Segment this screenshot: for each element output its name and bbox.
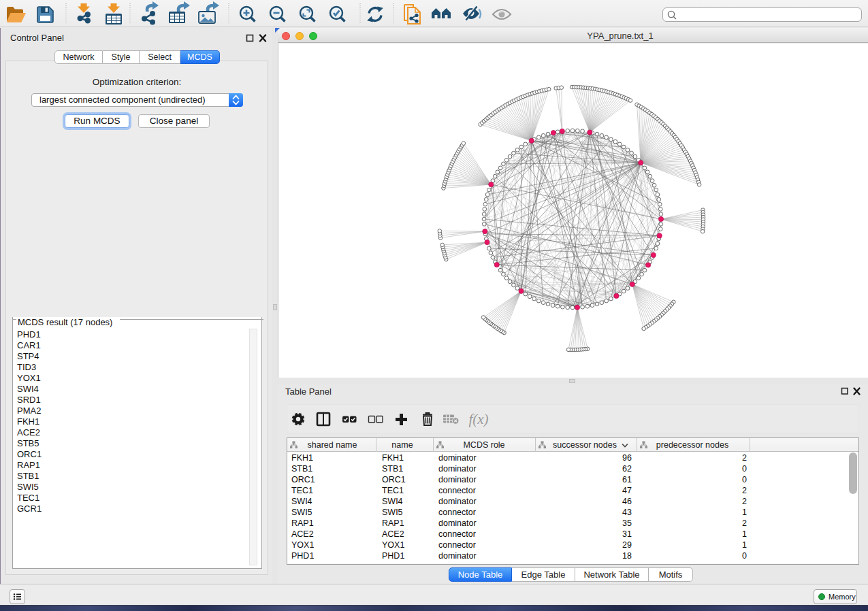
svg-text:f(x): f(x) xyxy=(468,411,488,427)
